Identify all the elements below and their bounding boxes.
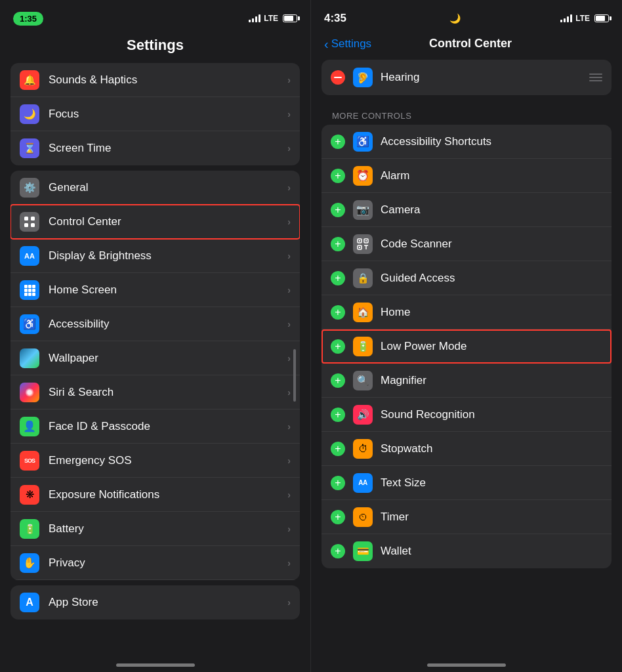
home-ctrl-label: Home bbox=[381, 306, 602, 319]
settings-item-home-screen[interactable]: Home Screen › bbox=[10, 273, 300, 307]
back-button[interactable]: ‹ Settings bbox=[324, 37, 371, 51]
left-home-indicator bbox=[116, 663, 195, 667]
siri-label: Siri & Search bbox=[49, 386, 287, 399]
stopwatch-add-button[interactable]: + bbox=[331, 442, 345, 456]
code-scanner-ctrl-icon bbox=[353, 234, 373, 254]
accessibility-ctrl-icon: ♿ bbox=[353, 132, 373, 152]
alarm-add-button[interactable]: + bbox=[331, 169, 345, 183]
svg-rect-5 bbox=[28, 285, 31, 288]
right-nav-header: ‹ Settings Control Center bbox=[311, 33, 622, 60]
camera-add-button[interactable]: + bbox=[331, 203, 345, 217]
right-signal-bar-3 bbox=[567, 16, 569, 22]
left-scroll-area[interactable]: 🔔 Sounds & Haptics › 🌙 Focus › ⌛ Screen … bbox=[0, 63, 310, 663]
settings-item-app-store[interactable]: A App Store › bbox=[10, 585, 300, 620]
text-size-ctrl-label: Text Size bbox=[381, 476, 602, 490]
control-item-timer[interactable]: + ⏲ Timer bbox=[321, 500, 612, 534]
settings-item-display[interactable]: AA Display & Brightness › bbox=[10, 239, 300, 273]
wallet-add-button[interactable]: + bbox=[331, 544, 345, 558]
control-center-icon bbox=[20, 212, 39, 232]
siri-chevron: › bbox=[287, 387, 291, 398]
face-id-icon: 👤 bbox=[20, 417, 39, 436]
home-screen-label: Home Screen bbox=[49, 284, 287, 297]
control-item-home[interactable]: + 🏠 Home bbox=[321, 295, 612, 329]
right-phone-panel: 4:35 🌙 LTE ‹ Settings Control Center bbox=[311, 0, 622, 672]
svg-rect-3 bbox=[31, 223, 35, 227]
hearing-remove-button[interactable] bbox=[331, 70, 345, 85]
left-signal bbox=[249, 14, 260, 22]
sound-recognition-ctrl-icon: 🔊 bbox=[353, 405, 373, 425]
drag-line-3 bbox=[589, 80, 602, 81]
svg-rect-2 bbox=[24, 223, 28, 227]
settings-item-general[interactable]: ⚙️ General › bbox=[10, 171, 300, 205]
right-lte-label: LTE bbox=[575, 14, 590, 23]
control-center-chevron: › bbox=[287, 217, 291, 227]
settings-item-emergency[interactable]: SOS Emergency SOS › bbox=[10, 444, 300, 478]
control-item-accessibility[interactable]: + ♿ Accessibility Shortcuts bbox=[321, 125, 612, 159]
control-item-stopwatch[interactable]: + ⏱ Stopwatch bbox=[321, 432, 612, 466]
accessibility-add-button[interactable]: + bbox=[331, 135, 345, 149]
svg-rect-1 bbox=[31, 217, 35, 220]
code-scanner-ctrl-label: Code Scanner bbox=[381, 238, 602, 251]
settings-item-exposure[interactable]: ❋ Exposure Notifications › bbox=[10, 478, 300, 512]
settings-item-siri[interactable]: Siri & Search › bbox=[10, 375, 300, 410]
svg-rect-11 bbox=[28, 293, 31, 296]
magnifier-add-button[interactable]: + bbox=[331, 373, 345, 388]
sounds-chevron: › bbox=[287, 75, 291, 85]
settings-item-sounds[interactable]: 🔔 Sounds & Haptics › bbox=[10, 63, 300, 97]
sound-recognition-add-button[interactable]: + bbox=[331, 408, 345, 422]
svg-rect-10 bbox=[24, 293, 28, 296]
settings-item-wallpaper[interactable]: Wallpaper › bbox=[10, 341, 300, 375]
left-battery-icon bbox=[283, 14, 297, 22]
battery-label: Battery bbox=[49, 522, 287, 536]
settings-item-privacy[interactable]: ✋ Privacy › bbox=[10, 546, 300, 580]
svg-rect-18 bbox=[359, 247, 360, 248]
low-power-ctrl-label: Low Power Mode bbox=[381, 340, 602, 353]
home-screen-icon bbox=[20, 280, 39, 300]
right-scroll-area[interactable]: 🦻 Hearing MORE CONTROLS + ♿ Accessibilit… bbox=[311, 60, 622, 660]
left-time: 1:35 bbox=[13, 12, 43, 26]
control-item-alarm[interactable]: + ⏰ Alarm bbox=[321, 159, 612, 193]
control-item-text-size[interactable]: + AA Text Size bbox=[321, 466, 612, 500]
low-power-ctrl-icon: 🔋 bbox=[353, 337, 373, 356]
settings-item-control-center[interactable]: Control Center › bbox=[10, 205, 300, 239]
left-status-bar: 1:35 LTE bbox=[0, 0, 310, 33]
settings-item-focus[interactable]: 🌙 Focus › bbox=[10, 97, 300, 131]
right-status-right: LTE bbox=[560, 14, 609, 23]
control-item-sound-recognition[interactable]: + 🔊 Sound Recognition bbox=[321, 398, 612, 432]
control-item-magnifier[interactable]: + 🔍 Magnifier bbox=[321, 364, 612, 398]
timer-add-button[interactable]: + bbox=[331, 510, 345, 524]
left-lte-label: LTE bbox=[264, 14, 278, 23]
control-item-code-scanner[interactable]: + Code Scanner bbox=[321, 227, 612, 261]
settings-item-screen-time[interactable]: ⌛ Screen Time › bbox=[10, 131, 300, 165]
control-item-wallet[interactable]: + 💳 Wallet bbox=[321, 534, 612, 568]
text-size-add-button[interactable]: + bbox=[331, 476, 345, 490]
left-phone-panel: 1:35 LTE Settings 🔔 Sounds & Haptics › bbox=[0, 0, 311, 672]
settings-item-battery[interactable]: 🔋 Battery › bbox=[10, 512, 300, 546]
alarm-ctrl-icon: ⏰ bbox=[353, 166, 373, 186]
control-item-guided-access[interactable]: + 🔒 Guided Access bbox=[321, 261, 612, 295]
settings-item-accessibility[interactable]: ♿ Accessibility › bbox=[10, 307, 300, 341]
low-power-add-button[interactable]: + bbox=[331, 339, 345, 354]
control-item-camera[interactable]: + 📷 Camera bbox=[321, 193, 612, 227]
drag-handle[interactable] bbox=[589, 74, 602, 81]
wallpaper-label: Wallpaper bbox=[49, 352, 287, 365]
control-item-low-power[interactable]: + 🔋 Low Power Mode bbox=[321, 329, 612, 364]
hearing-row[interactable]: 🦻 Hearing bbox=[321, 60, 612, 95]
focus-icon: 🌙 bbox=[20, 104, 39, 124]
app-store-label: App Store bbox=[49, 596, 287, 609]
scroll-indicator bbox=[293, 349, 296, 402]
wallpaper-chevron: › bbox=[287, 353, 291, 364]
timer-ctrl-label: Timer bbox=[381, 511, 602, 524]
guided-access-add-button[interactable]: + bbox=[331, 271, 345, 285]
accessibility-ctrl-label: Accessibility Shortcuts bbox=[381, 135, 602, 148]
privacy-icon: ✋ bbox=[20, 553, 39, 573]
drag-line-2 bbox=[589, 77, 602, 78]
home-add-button[interactable]: + bbox=[331, 305, 345, 320]
code-scanner-add-button[interactable]: + bbox=[331, 237, 345, 251]
left-section-top: 🔔 Sounds & Haptics › 🌙 Focus › ⌛ Screen … bbox=[10, 63, 300, 165]
settings-item-face-id[interactable]: 👤 Face ID & Passcode › bbox=[10, 410, 300, 444]
right-battery-icon bbox=[594, 14, 609, 22]
right-page-title: Control Center bbox=[429, 37, 512, 51]
moon-icon: 🌙 bbox=[449, 13, 461, 24]
camera-ctrl-icon: 📷 bbox=[353, 200, 373, 220]
